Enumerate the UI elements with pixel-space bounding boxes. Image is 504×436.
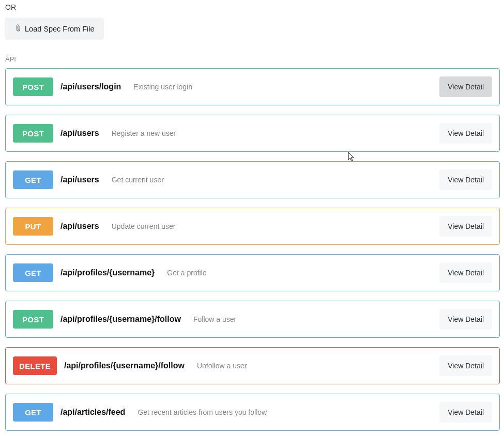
endpoint-description: Unfollow a user <box>197 362 433 370</box>
endpoint-description: Update current user <box>112 222 434 230</box>
endpoint-path: /api/profiles/{username}/follow <box>60 315 181 324</box>
endpoint-path: /api/profiles/{username}/follow <box>64 361 185 370</box>
endpoint-list: POST/api/users/loginExisting user loginV… <box>5 68 500 436</box>
endpoint-row[interactable]: PUT/api/usersUpdate current userView Det… <box>5 208 500 245</box>
view-detail-button[interactable]: View Detail <box>439 262 492 283</box>
endpoint-row[interactable]: POST/api/users/loginExisting user loginV… <box>5 68 500 105</box>
endpoint-path: /api/users <box>60 222 99 231</box>
or-label: OR <box>5 3 500 11</box>
view-detail-button[interactable]: View Detail <box>439 216 492 237</box>
endpoint-row[interactable]: POST/api/usersRegister a new userView De… <box>5 115 500 152</box>
endpoint-path: /api/users <box>60 129 99 138</box>
view-detail-button[interactable]: View Detail <box>439 355 492 376</box>
attachment-icon <box>14 24 22 34</box>
endpoint-description: Follow a user <box>193 315 433 323</box>
view-detail-button[interactable]: View Detail <box>439 123 492 144</box>
endpoint-description: Get a profile <box>167 269 433 277</box>
http-method-badge: POST <box>13 310 53 329</box>
api-section-label: API <box>5 55 500 63</box>
http-method-badge: DELETE <box>13 356 57 375</box>
view-detail-button[interactable]: View Detail <box>439 402 492 423</box>
endpoint-path: /api/users/login <box>60 82 121 91</box>
load-spec-label: Load Spec From File <box>25 25 95 33</box>
endpoint-description: Get recent articles from users you follo… <box>138 408 433 416</box>
load-spec-button[interactable]: Load Spec From File <box>5 18 104 40</box>
http-method-badge: GET <box>13 263 53 282</box>
endpoint-row[interactable]: DELETE/api/profiles/{username}/followUnf… <box>5 347 500 384</box>
http-method-badge: GET <box>13 403 53 422</box>
endpoint-row[interactable]: GET/api/profiles/{username}Get a profile… <box>5 254 500 291</box>
http-method-badge: GET <box>13 170 53 189</box>
endpoint-row[interactable]: POST/api/profiles/{username}/followFollo… <box>5 301 500 338</box>
http-method-badge: POST <box>13 77 53 96</box>
endpoint-description: Get current user <box>112 176 434 184</box>
view-detail-button[interactable]: View Detail <box>439 169 492 190</box>
http-method-badge: POST <box>13 124 53 143</box>
view-detail-button[interactable]: View Detail <box>439 76 492 97</box>
endpoint-description: Existing user login <box>133 83 433 91</box>
endpoint-description: Register a new user <box>112 129 434 137</box>
endpoint-path: /api/users <box>60 175 99 184</box>
endpoint-path: /api/profiles/{username} <box>60 268 155 277</box>
view-detail-button[interactable]: View Detail <box>439 309 492 330</box>
endpoint-row[interactable]: GET/api/articles/feedGet recent articles… <box>5 394 500 431</box>
endpoint-row[interactable]: GET/api/usersGet current userView Detail <box>5 161 500 198</box>
http-method-badge: PUT <box>13 217 53 236</box>
endpoint-path: /api/articles/feed <box>60 408 125 417</box>
